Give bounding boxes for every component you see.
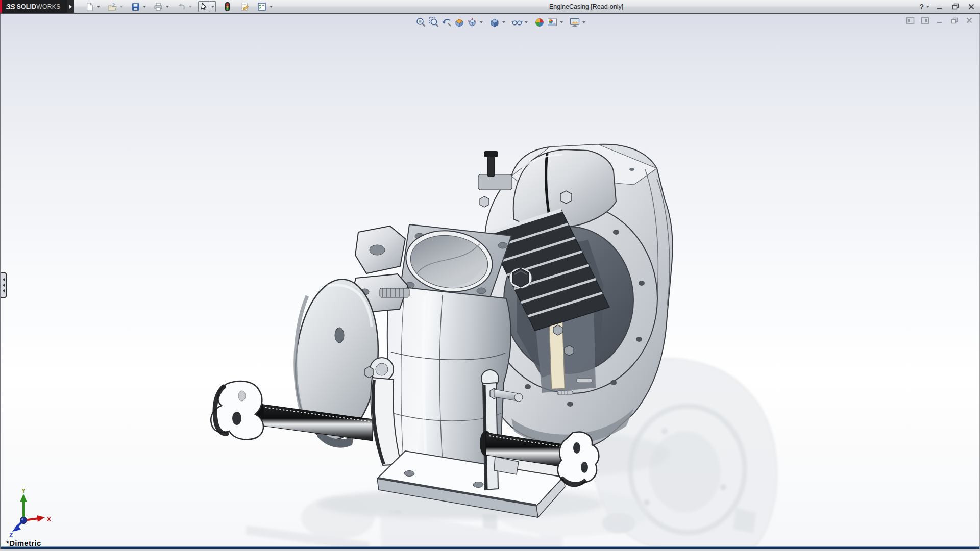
apply-scene-icon: [547, 17, 558, 28]
minimize-icon: [936, 4, 943, 10]
new-document-icon: [85, 2, 94, 12]
file-properties-icon: [239, 2, 250, 12]
app-minimize-button[interactable]: [934, 2, 945, 11]
help-dropdown[interactable]: [926, 6, 929, 8]
file-properties-button[interactable]: [238, 1, 251, 12]
engine-casing-3d-model[interactable]: [1, 14, 980, 549]
doc-restore-button[interactable]: [949, 16, 960, 24]
standard-toolbar: [83, 1, 274, 13]
zoom-to-area-button[interactable]: [427, 16, 440, 29]
x-axis-label: X: [47, 516, 51, 523]
window-bottom-frame: [1, 546, 980, 549]
section-view-button[interactable]: [453, 16, 465, 29]
base-hole-1: [404, 471, 414, 477]
restore-icon: [951, 17, 959, 24]
view-settings-button[interactable]: [568, 16, 581, 29]
select-tool-button[interactable]: [198, 1, 210, 12]
left-arrow-icon: [3, 289, 5, 292]
hide-show-items-icon: [511, 17, 523, 28]
help-button[interactable]: ?: [919, 3, 924, 11]
pane-right-icon: [921, 17, 929, 24]
pane-left-button[interactable]: [905, 16, 915, 24]
brand-name-bold: SOLID: [17, 3, 37, 10]
apply-scene-button[interactable]: [546, 16, 558, 29]
options-checklist-icon: [257, 2, 267, 12]
pane-left-icon: [906, 17, 915, 24]
app-close-button[interactable]: [966, 2, 977, 11]
undo-dropdown[interactable]: [187, 1, 193, 12]
window-title: EngineCasing [Read-only]: [549, 0, 623, 13]
display-style-dropdown[interactable]: [501, 16, 507, 29]
ds-logo-mark: ЗS: [6, 2, 15, 11]
edit-appearance-icon: [534, 17, 545, 28]
open-dropdown[interactable]: [118, 1, 124, 12]
app-restore-button[interactable]: [950, 2, 961, 11]
base-hole-2: [473, 482, 483, 488]
open-button[interactable]: [106, 1, 118, 12]
zoom-to-area-icon: [428, 17, 439, 28]
bracket-bolt: [560, 191, 572, 204]
save-button[interactable]: [129, 1, 141, 12]
print-icon: [153, 2, 163, 12]
logo-red-stripe: [0, 0, 2, 13]
solidworks-logo: ЗS SOLIDWORKS: [0, 0, 67, 13]
left-arrow-icon: [3, 284, 5, 287]
pane-right-button[interactable]: [920, 16, 930, 24]
right-arrow-icon: [69, 5, 72, 9]
apply-scene-dropdown[interactable]: [558, 16, 565, 29]
previous-view-button[interactable]: [440, 16, 453, 29]
rebuild-stoplight-icon: [223, 2, 232, 12]
undo-button[interactable]: [175, 1, 187, 12]
new-document-dropdown[interactable]: [95, 1, 101, 12]
brand-name-light: WORKS: [36, 3, 60, 10]
new-document-button[interactable]: [83, 1, 95, 12]
orientation-triad: Y X Z: [5, 489, 56, 538]
restore-icon: [952, 3, 960, 10]
view-orientation-icon: [467, 17, 478, 28]
minimize-icon: [936, 17, 943, 24]
left-arrow-icon: [3, 278, 5, 281]
view-settings-icon: [569, 17, 580, 28]
close-icon: [968, 4, 975, 10]
hide-show-items-dropdown[interactable]: [523, 16, 529, 29]
save-dropdown[interactable]: [141, 1, 147, 12]
feature-manager-collapsed-tab[interactable]: [1, 272, 7, 298]
z-axis-label: Z: [9, 532, 13, 538]
threaded-stud: [380, 288, 409, 297]
display-style-icon: [489, 17, 500, 28]
display-style-button[interactable]: [488, 16, 501, 29]
options-dropdown[interactable]: [268, 1, 274, 12]
disc-hole: [335, 328, 344, 343]
view-settings-dropdown[interactable]: [581, 16, 587, 29]
rebuild-button[interactable]: [221, 1, 233, 12]
edit-appearance-button[interactable]: [533, 16, 546, 29]
titlebar: ЗS SOLIDWORKS: [0, 0, 980, 14]
x-axis-arrow: [37, 515, 45, 522]
menu-flyout-arrow[interactable]: [67, 0, 74, 13]
print-button[interactable]: [152, 1, 164, 12]
open-folder-icon: [107, 2, 117, 12]
view-orientation-dropdown[interactable]: [478, 16, 484, 29]
doc-close-button[interactable]: [964, 16, 974, 24]
zoom-to-fit-icon: [415, 17, 427, 28]
y-axis-arrow: [20, 494, 27, 502]
document-window-controls: [905, 16, 974, 24]
print-dropdown[interactable]: [164, 1, 170, 12]
triad-origin: [20, 517, 27, 524]
select-tool-dropdown[interactable]: [210, 1, 216, 12]
pivot-bolt: [364, 367, 374, 378]
doc-minimize-button[interactable]: [935, 16, 945, 24]
solidworks-window: ЗS SOLIDWORKS: [0, 0, 980, 551]
save-floppy-icon: [131, 2, 140, 12]
y-axis-label: Y: [21, 489, 26, 494]
previous-view-icon: [441, 17, 452, 28]
undo-icon: [176, 2, 186, 12]
section-view-icon: [454, 17, 465, 28]
zoom-to-fit-button[interactable]: [414, 16, 427, 29]
hide-show-items-button[interactable]: [510, 16, 523, 29]
options-button[interactable]: [256, 1, 268, 12]
view-orientation-button[interactable]: [465, 16, 478, 29]
close-icon: [966, 17, 973, 23]
app-window-controls: ?: [919, 0, 977, 13]
graphics-viewport[interactable]: Y X Z *Dimetric: [0, 14, 980, 549]
